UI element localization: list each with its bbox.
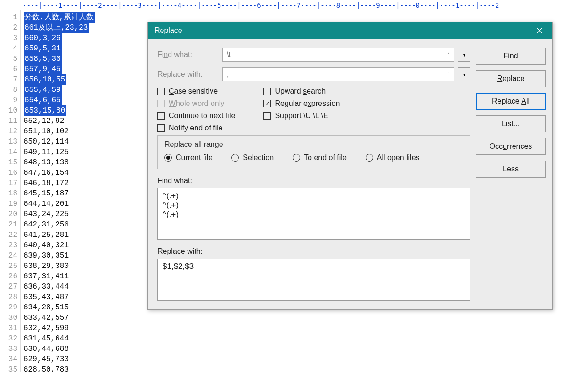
chevron-down-icon: ˅ xyxy=(447,52,450,58)
code-line[interactable]: 631,45,644 xyxy=(24,333,588,344)
code-line[interactable]: 633,42,557 xyxy=(24,313,588,323)
multi-replace-label: Replace with: xyxy=(157,247,470,256)
line-number: 31 xyxy=(0,323,17,333)
line-number: 32 xyxy=(0,333,17,344)
line-number: 9 xyxy=(0,95,17,105)
line-number: 11 xyxy=(0,116,17,126)
notify-eof-checkbox[interactable]: Notify end of file xyxy=(157,124,235,132)
close-button[interactable] xyxy=(533,24,546,37)
find-button[interactable]: Find xyxy=(476,48,546,65)
radio-all-open-files[interactable]: All open files xyxy=(366,154,420,162)
line-number: 14 xyxy=(0,147,17,157)
line-number: 29 xyxy=(0,302,17,313)
line-number: 7 xyxy=(0,74,17,85)
line-number: 4 xyxy=(0,43,17,54)
support-ule-checkbox[interactable]: Support \U \L \E xyxy=(263,112,340,120)
line-number: 17 xyxy=(0,178,17,188)
multi-replace-input[interactable]: $1,$2,$3 xyxy=(157,259,470,301)
find-what-value: \t xyxy=(227,50,231,59)
replace-with-label: Replace with: xyxy=(157,70,219,79)
code-line[interactable]: 630,44,688 xyxy=(24,344,588,354)
replace-dialog: Replace Find what: \t ˅ ▾ Replace with: … xyxy=(147,22,553,310)
whole-word-checkbox: Whole word only xyxy=(157,99,235,108)
line-number: 21 xyxy=(0,219,17,230)
continue-next-file-checkbox[interactable]: Continue to next file xyxy=(157,112,235,120)
line-number: 1 xyxy=(0,12,17,23)
case-sensitive-checkbox[interactable]: Case sensitive xyxy=(157,87,235,96)
occurrences-button[interactable]: Occurrences xyxy=(476,138,546,155)
line-number: 8 xyxy=(0,85,17,95)
line-number: 3 xyxy=(0,33,17,43)
multi-find-input[interactable]: ^(.+) ^(.+) ^(.+) xyxy=(157,188,470,240)
line-number: 24 xyxy=(0,251,17,261)
line-number-gutter: 1234567891011121314151617181920212223242… xyxy=(0,10,21,372)
radio-current-file[interactable]: Current file xyxy=(164,154,212,162)
line-number: 27 xyxy=(0,282,17,292)
line-number: 22 xyxy=(0,230,17,240)
line-number: 18 xyxy=(0,188,17,199)
line-number: 28 xyxy=(0,292,17,302)
line-number: 2 xyxy=(0,23,17,33)
radio-to-end-of-file[interactable]: To end of file xyxy=(293,154,347,162)
line-number: 25 xyxy=(0,261,17,271)
line-number: 30 xyxy=(0,313,17,323)
line-number: 16 xyxy=(0,168,17,178)
line-number: 19 xyxy=(0,199,17,209)
replace-with-dropdown-button[interactable]: ▾ xyxy=(458,67,470,81)
regex-checkbox[interactable]: ✓Regular expression xyxy=(263,99,340,108)
line-number: 33 xyxy=(0,344,17,354)
find-what-label: Find what: xyxy=(157,50,219,59)
line-number: 20 xyxy=(0,209,17,219)
code-line[interactable]: 629,45,733 xyxy=(24,354,588,364)
find-what-dropdown-button[interactable]: ▾ xyxy=(458,48,470,62)
ruler: ----|----1----|----2----|----3----|----4… xyxy=(0,0,588,10)
list-button[interactable]: List... xyxy=(476,115,546,132)
dialog-titlebar: Replace xyxy=(148,22,552,39)
line-number: 12 xyxy=(0,126,17,137)
line-number: 34 xyxy=(0,354,17,364)
radio-selection[interactable]: Selection xyxy=(231,154,274,162)
upward-search-checkbox[interactable]: Upward search xyxy=(263,87,340,96)
less-button[interactable]: Less xyxy=(476,161,546,178)
line-number: 15 xyxy=(0,157,17,168)
line-number: 10 xyxy=(0,105,17,116)
code-line[interactable]: 628,50,783 xyxy=(24,364,588,372)
code-line[interactable]: 632,42,599 xyxy=(24,323,588,333)
replace-with-value: , xyxy=(227,70,229,79)
line-number: 35 xyxy=(0,364,17,372)
replace-button[interactable]: Replace xyxy=(476,70,546,87)
dialog-title: Replace xyxy=(155,26,182,35)
line-number: 13 xyxy=(0,137,17,147)
replace-all-range-group: Replace all range Current file Selection… xyxy=(157,135,470,169)
chevron-down-icon: ˅ xyxy=(447,72,450,78)
line-number: 23 xyxy=(0,240,17,251)
replace-all-button[interactable]: Replace All xyxy=(476,93,546,110)
close-icon xyxy=(536,27,543,34)
multi-find-label: Find what: xyxy=(157,177,470,185)
replace-with-input[interactable]: , ˅ xyxy=(222,67,454,81)
find-what-input[interactable]: \t ˅ xyxy=(222,48,454,62)
line-number: 5 xyxy=(0,54,17,64)
code-line[interactable]: 分数,人数,累计人数 xyxy=(24,12,588,23)
line-number: 26 xyxy=(0,271,17,282)
group-title: Replace all range xyxy=(164,140,463,149)
line-number: 6 xyxy=(0,64,17,74)
